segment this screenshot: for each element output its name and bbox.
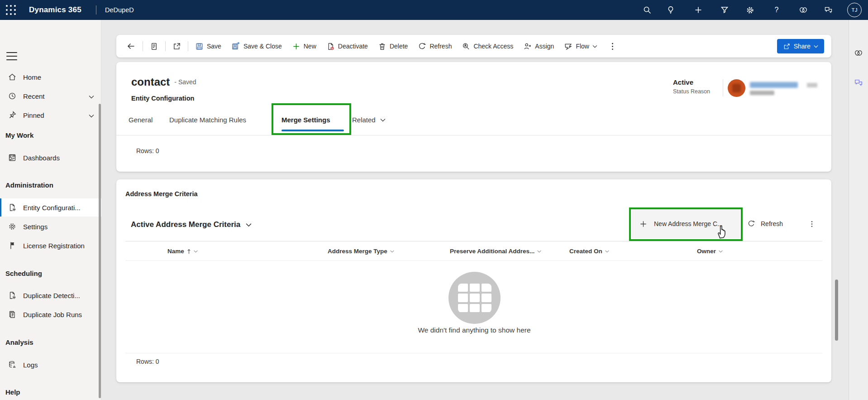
refresh-icon [747, 220, 755, 228]
tab-related-label: Related [352, 113, 376, 127]
tab-related[interactable]: Related [352, 113, 386, 127]
column-label: Owner [697, 245, 716, 258]
rows-count: Rows: 0 [136, 358, 159, 365]
header-expand-chevron-redacted[interactable] [807, 83, 817, 87]
flow-icon [564, 42, 572, 51]
new-button-label: New Address Merge C... [654, 220, 723, 227]
sidebar-item-duplicate-detection[interactable]: Duplicate Detecti... [0, 286, 101, 304]
copilot-icon[interactable] [794, 1, 812, 19]
delete-button[interactable]: Delete [373, 38, 413, 54]
feedback-chat-icon[interactable] [851, 75, 866, 91]
sidebar-scrollbar[interactable] [99, 104, 101, 398]
save-floppy-icon [195, 42, 204, 51]
column-label: Created On [569, 245, 602, 258]
sidebar-item-label: Pinned [23, 111, 44, 119]
chevron-down-icon [194, 250, 198, 253]
sidebar-item-label: Entity Configurati... [23, 204, 81, 212]
vertical-ellipsis-icon [611, 42, 614, 51]
sidebar-item-duplicate-job-runs[interactable]: Duplicate Job Runs [0, 305, 101, 323]
svg-text:?: ? [775, 6, 779, 14]
share-button[interactable]: Share [777, 39, 824, 53]
collapse-sitemap-icon[interactable] [5, 51, 18, 62]
filter-icon[interactable] [715, 1, 734, 19]
chevron-down-icon [592, 45, 597, 48]
sidebar-item-logs[interactable]: Logs [0, 356, 101, 374]
document-gear-icon [8, 203, 17, 212]
more-commands-button[interactable] [608, 38, 617, 54]
product-title[interactable]: Dynamics 365 [29, 0, 81, 20]
divider [125, 260, 822, 261]
flow-button[interactable]: Flow [559, 38, 602, 54]
back-button[interactable] [122, 38, 141, 54]
check-access-button[interactable]: Check Access [457, 38, 518, 54]
sidebar-item-label: Recent [23, 92, 45, 100]
sort-ascending-icon [187, 249, 191, 254]
chevron-down-icon[interactable] [89, 111, 94, 119]
copilot-pane-icon[interactable] [851, 45, 866, 61]
divider [125, 241, 822, 241]
subgrid-refresh-button[interactable]: Refresh [747, 217, 783, 231]
owner-avatar[interactable] [728, 79, 745, 97]
flag-icon [8, 241, 17, 250]
main-content-scrollbar[interactable] [835, 280, 838, 341]
column-header-owner[interactable]: Owner [697, 245, 723, 258]
settings-gear-icon[interactable] [741, 1, 759, 19]
form-icon [150, 42, 158, 51]
refresh-label: Refresh [429, 43, 452, 50]
column-header-address-merge-type[interactable]: Address Merge Type [328, 245, 394, 258]
form-selector-button[interactable] [145, 38, 163, 54]
office-top-bar: Dynamics 365 DeDupeD ? TJ [0, 0, 868, 20]
app-launcher-icon[interactable] [5, 4, 17, 16]
sidebar-item-home[interactable]: Home [0, 68, 101, 86]
record-header-card: contact- Saved Entity Configuration Acti… [116, 62, 831, 172]
owner-name-redacted[interactable] [750, 82, 798, 88]
sidebar-item-pinned[interactable]: Pinned [0, 106, 101, 124]
column-label: Preserve Additional Addres... [450, 245, 534, 258]
search-icon[interactable] [638, 1, 656, 19]
sidebar-item-entity-configuration[interactable]: Entity Configurati... [0, 198, 101, 217]
sidebar-item-settings[interactable]: Settings [0, 217, 101, 236]
save-button[interactable]: Save [190, 38, 226, 54]
refresh-button[interactable]: Refresh [413, 38, 457, 54]
lightbulb-icon[interactable] [662, 1, 680, 19]
user-avatar[interactable]: TJ [847, 3, 862, 17]
sidebar-group-my-work: My Work [5, 131, 33, 139]
sidebar-item-dashboards[interactable]: Dashboards [0, 149, 101, 167]
rows-count: Rows: 0 [136, 147, 159, 154]
trash-icon [378, 42, 386, 51]
assign-button[interactable]: Assign [518, 38, 559, 54]
save-label: Save [207, 43, 221, 50]
column-header-created-on[interactable]: Created On [569, 245, 609, 258]
new-button[interactable]: New [287, 38, 321, 54]
right-side-rail [849, 20, 868, 400]
view-selector[interactable]: Active Address Merge Criteria [131, 217, 252, 232]
chevron-down-icon [380, 118, 386, 122]
tab-merge-settings[interactable]: Merge Settings [281, 113, 330, 127]
tab-duplicate-matching-rules[interactable]: Duplicate Matching Rules [169, 113, 246, 127]
sidebar-group-help: Help [5, 388, 20, 396]
back-arrow-icon [127, 42, 136, 51]
chevron-down-icon[interactable] [89, 92, 94, 100]
sidebar-item-license-registration[interactable]: License Registration [0, 236, 101, 255]
record-save-state: - Saved [174, 78, 196, 86]
popout-button[interactable] [167, 38, 186, 54]
column-header-preserve-additional[interactable]: Preserve Additional Addres... [450, 245, 541, 258]
feedback-icon[interactable] [819, 1, 837, 19]
help-icon[interactable]: ? [768, 1, 786, 19]
sidebar-item-label: Duplicate Job Runs [23, 311, 82, 318]
quick-create-icon[interactable] [689, 1, 707, 19]
save-and-close-button[interactable]: Save & Close [226, 38, 287, 54]
record-entity-type: Entity Configuration [131, 95, 194, 102]
deactivate-button[interactable]: Deactivate [321, 38, 373, 54]
subgrid-more-commands-button[interactable] [806, 217, 818, 230]
sidebar-item-recent[interactable]: Recent [0, 87, 101, 105]
divider [125, 353, 822, 353]
tab-general[interactable]: General [129, 113, 153, 127]
column-header-name[interactable]: Name [167, 245, 198, 258]
app-name[interactable]: DeDupeD [105, 0, 134, 20]
divider [165, 41, 166, 51]
app-root: Dynamics 365 DeDupeD ? TJ [0, 0, 868, 400]
vertical-ellipsis-icon [811, 220, 813, 228]
divider [723, 79, 723, 96]
sidebar-item-label: Logs [23, 361, 38, 369]
